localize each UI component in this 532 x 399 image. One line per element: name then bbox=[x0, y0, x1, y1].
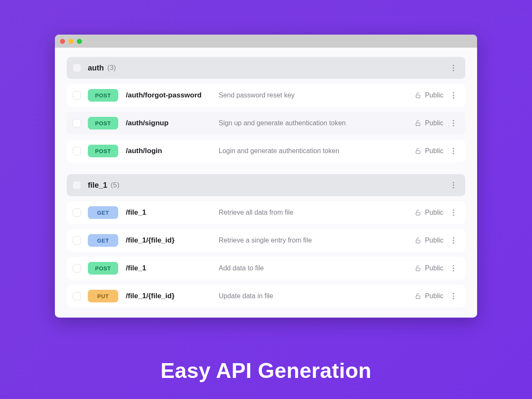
svg-rect-3 bbox=[416, 95, 420, 98]
method-badge: POST bbox=[88, 145, 118, 157]
svg-rect-18 bbox=[416, 212, 420, 215]
endpoint-description: Send password reset key bbox=[219, 91, 415, 100]
svg-point-8 bbox=[453, 120, 454, 121]
endpoint-menu-icon[interactable] bbox=[448, 263, 459, 273]
method-badge: GET bbox=[88, 234, 118, 247]
endpoint-checkbox[interactable] bbox=[73, 91, 81, 100]
endpoint-path: /file_1 bbox=[126, 208, 219, 217]
endpoint-path: /file_1/{file_id} bbox=[126, 292, 219, 300]
svg-point-20 bbox=[453, 212, 454, 213]
endpoint-row[interactable]: POST /file_1 Add data to file Public bbox=[67, 257, 465, 280]
svg-point-6 bbox=[453, 97, 454, 98]
group-checkbox[interactable] bbox=[73, 64, 81, 72]
svg-point-13 bbox=[453, 150, 454, 151]
method-badge: POST bbox=[88, 117, 118, 129]
endpoint-menu-icon[interactable] bbox=[448, 90, 459, 100]
endpoint-menu-icon[interactable] bbox=[448, 235, 459, 245]
endpoint-visibility[interactable]: Public bbox=[415, 209, 443, 216]
svg-point-16 bbox=[453, 184, 454, 186]
window-close-icon[interactable] bbox=[60, 39, 65, 44]
svg-point-29 bbox=[453, 270, 454, 271]
endpoint-checkbox[interactable] bbox=[73, 147, 81, 155]
svg-point-32 bbox=[453, 295, 454, 297]
svg-point-24 bbox=[453, 240, 454, 241]
svg-point-1 bbox=[453, 67, 454, 68]
visibility-label: Public bbox=[425, 209, 443, 216]
group-title: auth bbox=[88, 64, 104, 73]
endpoint-row[interactable]: GET /file_1/{file_id} Retrieve a single … bbox=[67, 229, 465, 252]
endpoint-path: /file_1 bbox=[126, 264, 219, 272]
method-badge: POST bbox=[88, 262, 118, 275]
svg-rect-30 bbox=[416, 296, 420, 299]
svg-rect-7 bbox=[416, 123, 420, 126]
visibility-label: Public bbox=[425, 119, 443, 127]
unlock-icon bbox=[415, 147, 421, 155]
visibility-label: Public bbox=[425, 264, 443, 272]
endpoint-menu-icon[interactable] bbox=[448, 146, 459, 156]
visibility-label: Public bbox=[425, 237, 443, 244]
group-count: (3) bbox=[107, 64, 116, 72]
endpoint-row[interactable]: POST /auth/forgot-password Send password… bbox=[67, 84, 465, 107]
svg-point-27 bbox=[453, 265, 454, 266]
endpoint-description: Sign up and generate authentication toke… bbox=[219, 119, 415, 128]
endpoint-checkbox[interactable] bbox=[73, 119, 81, 127]
endpoint-description: Retrieve a single entry from file bbox=[219, 236, 415, 245]
endpoint-checkbox[interactable] bbox=[73, 264, 81, 272]
endpoint-row[interactable]: POST /auth/login Login and generate auth… bbox=[67, 140, 465, 162]
method-badge: GET bbox=[88, 206, 118, 219]
svg-point-28 bbox=[453, 267, 454, 269]
window-titlebar bbox=[55, 35, 477, 48]
unlock-icon bbox=[415, 92, 421, 99]
endpoint-visibility[interactable]: Public bbox=[415, 147, 443, 155]
svg-point-33 bbox=[453, 298, 454, 299]
endpoint-visibility[interactable]: Public bbox=[415, 264, 443, 272]
group-menu-icon[interactable] bbox=[448, 63, 459, 73]
svg-point-0 bbox=[453, 65, 454, 66]
endpoint-path: /auth/login bbox=[126, 147, 219, 155]
svg-point-12 bbox=[453, 148, 454, 149]
endpoint-list: auth (3) POST /auth/forgot-password Send… bbox=[55, 48, 477, 318]
svg-point-21 bbox=[453, 214, 454, 216]
method-badge: POST bbox=[88, 89, 118, 102]
group-menu-icon[interactable] bbox=[448, 180, 459, 190]
unlock-icon bbox=[415, 264, 421, 272]
svg-point-17 bbox=[453, 187, 454, 188]
endpoint-visibility[interactable]: Public bbox=[415, 292, 443, 300]
endpoint-description: Add data to file bbox=[219, 264, 415, 273]
group-header-file-1[interactable]: file_1 (5) bbox=[67, 174, 465, 196]
endpoint-visibility[interactable]: Public bbox=[415, 92, 443, 99]
svg-rect-26 bbox=[416, 268, 420, 271]
endpoint-menu-icon[interactable] bbox=[448, 291, 459, 301]
svg-rect-22 bbox=[416, 240, 420, 243]
group-header-auth[interactable]: auth (3) bbox=[67, 57, 465, 79]
svg-point-4 bbox=[453, 92, 454, 93]
visibility-label: Public bbox=[425, 92, 443, 99]
group-count: (5) bbox=[111, 181, 119, 189]
endpoint-description: Retrieve all data from file bbox=[219, 208, 415, 217]
endpoint-checkbox[interactable] bbox=[73, 236, 81, 245]
endpoint-row[interactable]: POST /auth/signup Sign up and generate a… bbox=[67, 112, 465, 135]
endpoint-checkbox[interactable] bbox=[73, 208, 81, 217]
endpoint-row[interactable]: PUT /file_1/{file_id} Update data in fil… bbox=[67, 285, 465, 307]
app-window: auth (3) POST /auth/forgot-password Send… bbox=[55, 35, 477, 318]
endpoint-path: /file_1/{file_id} bbox=[126, 236, 219, 245]
endpoint-checkbox[interactable] bbox=[73, 292, 81, 300]
endpoint-row[interactable]: GET /file_1 Retrieve all data from file … bbox=[67, 201, 465, 224]
page-tagline: Easy API Generation bbox=[0, 359, 532, 383]
svg-point-2 bbox=[453, 70, 454, 71]
unlock-icon bbox=[415, 237, 421, 244]
window-minimize-icon[interactable] bbox=[68, 39, 73, 44]
method-badge: PUT bbox=[88, 290, 118, 302]
group-checkbox[interactable] bbox=[73, 181, 81, 189]
endpoint-visibility[interactable]: Public bbox=[415, 237, 443, 244]
endpoint-menu-icon[interactable] bbox=[448, 208, 459, 218]
window-maximize-icon[interactable] bbox=[77, 39, 82, 44]
group-title: file_1 bbox=[88, 181, 107, 190]
svg-point-23 bbox=[453, 237, 454, 238]
svg-point-25 bbox=[453, 242, 454, 243]
endpoint-menu-icon[interactable] bbox=[448, 118, 459, 128]
endpoint-description: Update data in file bbox=[219, 291, 415, 301]
visibility-label: Public bbox=[425, 292, 443, 300]
endpoint-visibility[interactable]: Public bbox=[415, 119, 443, 127]
svg-point-15 bbox=[453, 182, 454, 183]
